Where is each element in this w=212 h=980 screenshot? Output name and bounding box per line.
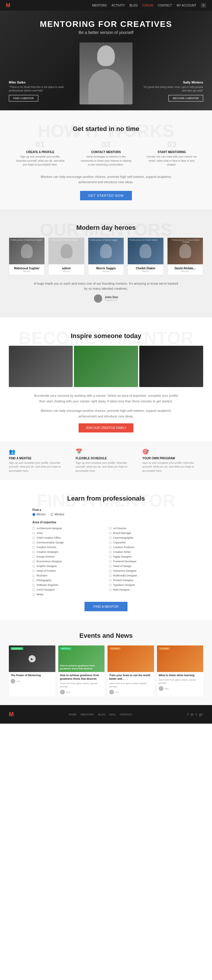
- expertise-item-23[interactable]: Product Designer: [109, 579, 180, 582]
- expertise-item-21[interactable]: Multimedia Designer: [109, 574, 180, 577]
- expertise-item-7[interactable]: Copywriter: [109, 541, 180, 544]
- expertise-item-3[interactable]: Brand Manager: [109, 531, 180, 535]
- expertise-item-28[interactable]: Writer: [32, 593, 103, 596]
- footer-link-3[interactable]: MAIL: [109, 713, 116, 716]
- find-mentor-submit-button[interactable]: Find a Mentor: [84, 602, 127, 611]
- hero-section: MENTORING FOR CREATIVES Be a better vers…: [0, 11, 212, 110]
- expertise-item-17[interactable]: Head of Design: [109, 565, 180, 568]
- expertise-label-26: UX/UI Designer: [36, 588, 55, 591]
- expertise-item-27[interactable]: Web Designer: [109, 588, 180, 591]
- social-icon-1[interactable]: in: [191, 713, 193, 717]
- footer-link-1[interactable]: MENTORS: [81, 713, 94, 716]
- expertise-item-15[interactable]: Frontend Developer: [109, 560, 180, 563]
- expertise-item-24[interactable]: Software Engineer: [32, 584, 103, 587]
- find-radio-group[interactable]: Mentor Mentee: [32, 513, 180, 516]
- expertise-dot-13: [109, 555, 112, 558]
- events-section: Events and News WEBINAR ▶ The Power of M…: [0, 620, 212, 705]
- mentor-card-2[interactable]: Profile picture of Morris Saggio Morris …: [88, 237, 124, 275]
- nav-activity[interactable]: ACTIVITY: [112, 4, 125, 7]
- nav-cart[interactable]: 0: [201, 3, 206, 8]
- footer-link-0[interactable]: HOME: [69, 713, 77, 716]
- become-photo-1: [9, 346, 73, 387]
- expertise-dot-1: [109, 527, 112, 530]
- expertise-item-22[interactable]: Photography: [32, 579, 103, 582]
- find-content: Learn from professionals Find a Mentor: [12, 495, 200, 611]
- expertise-item-1[interactable]: Art Director: [109, 527, 180, 530]
- expertise-label-5: Cinematographer: [113, 536, 134, 539]
- expertise-label-22: Photography: [36, 579, 52, 582]
- become-photo-2: [74, 346, 138, 387]
- hero-person-left-name: Mike Saiko: [9, 81, 74, 84]
- radio-mentor[interactable]: Mentor: [32, 513, 46, 516]
- get-started-button[interactable]: Get started now: [80, 191, 132, 200]
- expertise-item-18[interactable]: Head of Product: [32, 570, 103, 572]
- expertise-item-8[interactable]: Creative Director: [32, 546, 103, 549]
- nav-links: MENTORS ACTIVITY BLOG FORUM CONTACT MY A…: [92, 3, 206, 8]
- find-bg-wrap: FIND A MENTOR Learn from professionals F…: [12, 492, 200, 611]
- become-mentor-hero-button[interactable]: Become a mentor: [168, 95, 203, 102]
- nav-mentors[interactable]: MENTORS: [92, 4, 107, 7]
- become-photos-grid: [9, 346, 203, 387]
- expertise-item-2[interactable]: Artist: [32, 531, 103, 535]
- mentor-card-1[interactable]: Profile picture of Morris Saggio admin M…: [48, 237, 84, 275]
- expertise-item-12[interactable]: Design Director: [32, 555, 103, 558]
- expertise-item-0[interactable]: Architectural designer: [32, 527, 103, 530]
- social-icon-2[interactable]: t: [196, 713, 197, 717]
- join-family-button[interactable]: Join our creative family: [79, 423, 133, 433]
- expertise-item-13[interactable]: Digital Designer: [109, 555, 180, 558]
- expertise-item-5[interactable]: Cinematographer: [109, 536, 180, 539]
- event-meta-1: Mary: [60, 690, 103, 694]
- expertise-item-19[interactable]: Interactive Designer: [109, 570, 180, 572]
- step-3-desc: Hurray! You can meet with your mentor vi…: [146, 155, 197, 167]
- mentor-card-4[interactable]: Profile picture of David Afolabi Ordfade…: [167, 237, 203, 275]
- expertise-item-14[interactable]: Ecommerce Designer: [32, 560, 103, 563]
- expertise-dot-25: [109, 584, 112, 587]
- event-card-3[interactable]: COURSE What to listen when learning Some…: [157, 646, 204, 696]
- feature-flexible-desc: Sign up and complete your profile. Descr…: [76, 461, 137, 473]
- event-card-2[interactable]: COURSE Train your brain to see the world…: [108, 646, 154, 696]
- expertise-label-14: Ecommerce Designer: [36, 560, 62, 563]
- expertise-item-26[interactable]: UX/UI Designer: [32, 588, 103, 591]
- expertise-dot-12: [32, 555, 35, 558]
- mentor-avatar-0: [21, 244, 33, 258]
- nav-contact[interactable]: CONTACT: [158, 4, 172, 7]
- radio-mentor-label: Mentor: [36, 513, 46, 516]
- play-icon-0[interactable]: ▶: [28, 655, 36, 662]
- expertise-dot-9: [109, 546, 112, 549]
- mentor-avatar-1: [61, 244, 73, 258]
- social-icon-3[interactable]: g+: [199, 713, 203, 717]
- expertise-item-4[interactable]: Chief Creative Office: [32, 536, 103, 539]
- expertise-item-10[interactable]: Creative Strategist: [32, 550, 103, 554]
- mentor-card-0[interactable]: Profile picture of Mahmoud Zughier Mahmo…: [9, 237, 45, 275]
- radio-mentee-dot: [51, 513, 53, 516]
- expertise-item-16[interactable]: Graphic Designer: [32, 565, 103, 568]
- footer-link-4[interactable]: CONTACT: [120, 713, 133, 716]
- event-desc-2: Some text from given article, please pro…: [109, 682, 152, 688]
- expertise-item-11[interactable]: Creative Writer: [109, 550, 180, 554]
- expertise-dot-14: [32, 560, 35, 563]
- nav-blog[interactable]: BLOG: [130, 4, 138, 7]
- event-card-1[interactable]: ARTICLE How to achieve greatness from gr…: [58, 646, 105, 696]
- event-body-2: Train your brain to see the world better…: [108, 672, 154, 696]
- find-mentor-hero-button[interactable]: Find a mentor: [9, 95, 38, 102]
- mentor-role-2: Mentor: [91, 270, 121, 273]
- expertise-label-8: Creative Director: [36, 546, 57, 549]
- event-card-0[interactable]: WEBINAR ▶ The Power of Mentoring Neil: [9, 646, 55, 696]
- step-3-label: START MENTORING: [146, 150, 197, 154]
- nav-forum[interactable]: FORUM: [142, 4, 153, 7]
- social-icon-0[interactable]: f: [187, 713, 188, 717]
- find-title: Learn from professionals: [12, 495, 200, 503]
- expertise-item-20[interactable]: Illustrator: [32, 574, 103, 577]
- expertise-item-9[interactable]: Creative Producer: [109, 546, 180, 549]
- mentor-card-3[interactable]: Profile picture of Cheikh Diakte Cheikh …: [128, 237, 163, 275]
- hero-title: MENTORING FOR CREATIVES: [40, 19, 172, 29]
- radio-mentee[interactable]: Mentee: [51, 513, 64, 516]
- hero-subtitle: Be a better version of yourself: [79, 30, 133, 35]
- footer-link-2[interactable]: BLOG: [98, 713, 105, 716]
- expertise-label-13: Digital Designer: [113, 555, 132, 558]
- mentor-photo-2: Profile picture of Morris Saggio: [88, 238, 124, 264]
- expertise-item-25[interactable]: Typeface Designer: [109, 584, 180, 587]
- nav-account[interactable]: MY ACCOUNT: [177, 4, 196, 7]
- mentor-info-2: Morris Saggio Mentor: [88, 264, 124, 275]
- expertise-item-6[interactable]: Communication Design: [32, 541, 103, 544]
